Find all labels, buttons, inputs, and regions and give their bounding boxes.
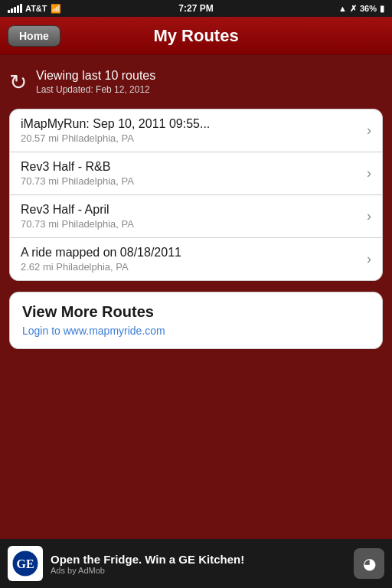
route-item-1[interactable]: Rev3 Half - R&B 70.73 mi Philadelphia, P… — [10, 152, 382, 195]
view-more-link[interactable]: Login to www.mapmyride.com — [22, 325, 165, 337]
route-details-3: 2.62 mi Philadelphia, PA — [21, 261, 361, 273]
bluetooth-icon: ✗ — [350, 4, 357, 14]
signal-bars — [8, 4, 22, 13]
refresh-icon[interactable]: ↻ — [9, 70, 27, 95]
carrier-label: AT&T — [25, 4, 47, 13]
route-item-3[interactable]: A ride mapped on 08/18/2011 2.62 mi Phil… — [10, 238, 382, 280]
status-time: 7:27 PM — [178, 3, 213, 14]
route-details-0: 20.57 mi Philadelphia, PA — [21, 132, 361, 144]
route-item-2[interactable]: Rev3 Half - April 70.73 mi Philadelphia,… — [10, 195, 382, 238]
main-content: ↻ Viewing last 10 routes Last Updated: F… — [0, 55, 392, 360]
status-right: ▲ ✗ 36% ▮ — [338, 4, 384, 14]
page-title: My Routes — [153, 26, 238, 46]
route-info-0: iMapMyRun: Sep 10, 2011 09:55... 20.57 m… — [21, 117, 361, 144]
route-details-1: 70.73 mi Philadelphia, PA — [21, 175, 361, 187]
compass-icon: ◕ — [363, 554, 376, 573]
ad-subtitle: Ads by AdMob — [51, 566, 346, 575]
battery-label: 36% — [360, 4, 377, 13]
location-icon: ▲ — [338, 4, 347, 13]
refresh-section: ↻ Viewing last 10 routes Last Updated: F… — [9, 66, 383, 98]
wifi-icon: 📶 — [51, 4, 61, 14]
refresh-text: Viewing last 10 routes Last Updated: Feb… — [36, 69, 155, 95]
nav-bar: Home My Routes — [0, 17, 392, 55]
route-name-2: Rev3 Half - April — [21, 203, 361, 217]
status-bar: AT&T 📶 7:27 PM ▲ ✗ 36% ▮ — [0, 0, 392, 17]
ad-logo: GE — [8, 546, 43, 581]
status-left: AT&T 📶 — [8, 4, 61, 14]
ad-action-button[interactable]: ◕ — [354, 548, 384, 579]
chevron-icon-3: › — [367, 251, 371, 267]
route-name-3: A ride mapped on 08/18/2011 — [21, 246, 361, 260]
route-name-0: iMapMyRun: Sep 10, 2011 09:55... — [21, 117, 361, 131]
refresh-subtitle: Last Updated: Feb 12, 2012 — [36, 84, 155, 95]
ad-banner: GE Open the Fridge. Win a GE Kitchen! Ad… — [0, 539, 392, 588]
chevron-icon-0: › — [367, 122, 371, 139]
view-more-title: View More Routes — [22, 303, 370, 321]
ge-logo-icon: GE — [11, 550, 39, 577]
route-info-3: A ride mapped on 08/18/2011 2.62 mi Phil… — [21, 246, 361, 273]
ad-title: Open the Fridge. Win a GE Kitchen! — [51, 553, 346, 566]
routes-card: iMapMyRun: Sep 10, 2011 09:55... 20.57 m… — [9, 109, 383, 281]
route-info-1: Rev3 Half - R&B 70.73 mi Philadelphia, P… — [21, 160, 361, 187]
chevron-icon-2: › — [367, 208, 371, 224]
view-more-card[interactable]: View More Routes Login to www.mapmyride.… — [9, 292, 383, 349]
route-details-2: 70.73 mi Philadelphia, PA — [21, 218, 361, 230]
svg-text:GE: GE — [16, 557, 34, 570]
ad-text-block: Open the Fridge. Win a GE Kitchen! Ads b… — [51, 553, 346, 575]
chevron-icon-1: › — [367, 165, 371, 181]
battery-icon: ▮ — [380, 4, 384, 14]
route-info-2: Rev3 Half - April 70.73 mi Philadelphia,… — [21, 203, 361, 230]
route-item-0[interactable]: iMapMyRun: Sep 10, 2011 09:55... 20.57 m… — [10, 109, 382, 152]
refresh-title: Viewing last 10 routes — [36, 69, 155, 83]
route-name-1: Rev3 Half - R&B — [21, 160, 361, 174]
home-button[interactable]: Home — [8, 25, 60, 47]
